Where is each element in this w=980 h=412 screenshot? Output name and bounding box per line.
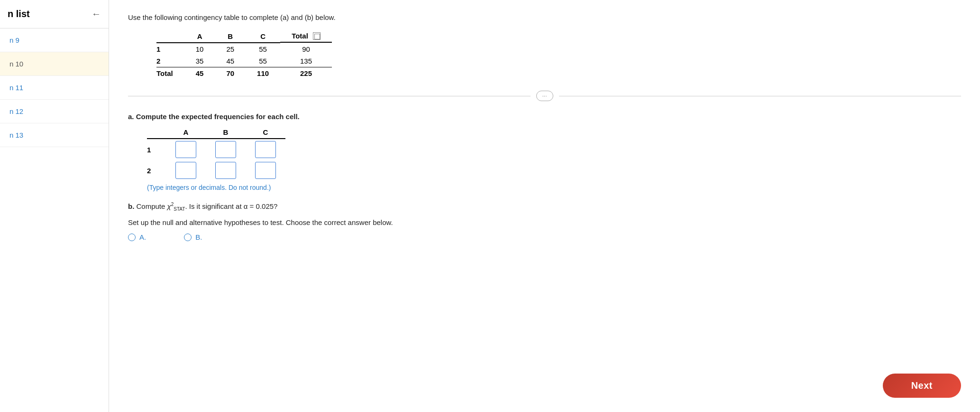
col-header-b: B bbox=[215, 30, 246, 43]
col-header-c: C bbox=[246, 30, 280, 43]
exp-cell-2c bbox=[246, 160, 285, 181]
exp-cell-1c bbox=[246, 139, 285, 160]
cell-total-a: 45 bbox=[184, 67, 215, 80]
expected-row-1: 1 bbox=[147, 139, 285, 160]
sidebar-item-10[interactable]: n 10 bbox=[0, 52, 109, 76]
contingency-table: A B C Total 1 10 25 55 90 2 35 45 5 bbox=[156, 30, 332, 79]
exp-col-empty bbox=[147, 126, 166, 139]
sidebar-title: n list bbox=[8, 9, 30, 19]
cell-1c: 55 bbox=[246, 43, 280, 55]
cell-total-total: 225 bbox=[280, 67, 332, 80]
sidebar-item-11[interactable]: n 11 bbox=[0, 76, 109, 100]
exp-row-label-2: 2 bbox=[147, 160, 166, 181]
cell-2c: 55 bbox=[246, 55, 280, 67]
divider-line-right bbox=[559, 96, 962, 96]
input-2c[interactable] bbox=[255, 162, 276, 179]
copy-icon[interactable] bbox=[313, 32, 321, 40]
part-a-text: Compute the expected frequencies for eac… bbox=[136, 112, 300, 121]
row-label-2: 2 bbox=[156, 55, 184, 67]
part-b-label: b. Compute χ2STAT. Is it significant at … bbox=[128, 202, 961, 212]
col-header-a: A bbox=[184, 30, 215, 43]
radio-option-a[interactable]: A. bbox=[128, 233, 146, 241]
instruction-text: Use the following contingency table to c… bbox=[128, 13, 961, 21]
part-a-label: a. Compute the expected frequencies for … bbox=[128, 112, 961, 121]
hypothesis-text: Set up the null and alternative hypothes… bbox=[128, 218, 961, 226]
input-2b[interactable] bbox=[215, 162, 236, 179]
exp-cell-1a bbox=[166, 139, 206, 160]
radio-circle-a bbox=[128, 234, 136, 241]
radio-option-b[interactable]: B. bbox=[184, 233, 202, 241]
cell-total-b: 70 bbox=[215, 67, 246, 80]
table-row: 2 35 45 55 135 bbox=[156, 55, 332, 67]
input-2a[interactable] bbox=[175, 162, 196, 179]
radio-label-a: A. bbox=[139, 233, 146, 241]
sidebar-item-12[interactable]: n 12 bbox=[0, 100, 109, 123]
row-label-total: Total bbox=[156, 67, 184, 80]
cell-2a: 35 bbox=[184, 55, 215, 67]
exp-col-a: A bbox=[166, 126, 206, 139]
expected-table: A B C 1 2 bbox=[147, 126, 285, 181]
sidebar: n list ← n 9 n 10 n 11 n 12 n 13 bbox=[0, 0, 109, 412]
part-a-letter: a. bbox=[128, 112, 134, 121]
sidebar-item-13[interactable]: n 13 bbox=[0, 123, 109, 147]
cell-1total: 90 bbox=[280, 43, 332, 55]
col-header-empty bbox=[156, 30, 184, 43]
next-button[interactable]: Next bbox=[883, 374, 961, 398]
input-1c[interactable] bbox=[255, 141, 276, 158]
next-button-container: Next bbox=[883, 374, 961, 398]
main-content: Use the following contingency table to c… bbox=[109, 0, 980, 412]
input-1a[interactable] bbox=[175, 141, 196, 158]
divider-line-left bbox=[128, 96, 531, 96]
cell-2b: 45 bbox=[215, 55, 246, 67]
radio-label-b: B. bbox=[195, 233, 202, 241]
cell-1a: 10 bbox=[184, 43, 215, 55]
exp-cell-2b bbox=[206, 160, 246, 181]
sidebar-items: n 9 n 10 n 11 n 12 n 13 bbox=[0, 28, 109, 412]
row-label-1: 1 bbox=[156, 43, 184, 55]
sidebar-header: n list ← bbox=[0, 0, 109, 28]
exp-cell-1b bbox=[206, 139, 246, 160]
radio-options-row: A. B. bbox=[128, 233, 961, 241]
chi-symbol: χ bbox=[167, 202, 171, 210]
exp-col-b: B bbox=[206, 126, 246, 139]
table-row: 1 10 25 55 90 bbox=[156, 43, 332, 55]
input-1b[interactable] bbox=[215, 141, 236, 158]
expected-row-2: 2 bbox=[147, 160, 285, 181]
back-icon[interactable]: ← bbox=[92, 9, 101, 19]
radio-circle-b bbox=[184, 234, 192, 241]
exp-row-label-1: 1 bbox=[147, 139, 166, 160]
sidebar-item-9[interactable]: n 9 bbox=[0, 28, 109, 52]
cell-2total: 135 bbox=[280, 55, 332, 67]
hint-text: (Type integers or decimals. Do not round… bbox=[147, 184, 961, 191]
col-header-total: Total bbox=[280, 30, 332, 43]
cell-1b: 25 bbox=[215, 43, 246, 55]
exp-col-c: C bbox=[246, 126, 285, 139]
table-row-total: Total 45 70 110 225 bbox=[156, 67, 332, 80]
cell-total-c: 110 bbox=[246, 67, 280, 80]
divider-ellipsis[interactable]: ··· bbox=[536, 91, 553, 101]
part-b-letter: b. bbox=[128, 202, 134, 210]
divider-section: ··· bbox=[128, 91, 961, 101]
exp-cell-2a bbox=[166, 160, 206, 181]
